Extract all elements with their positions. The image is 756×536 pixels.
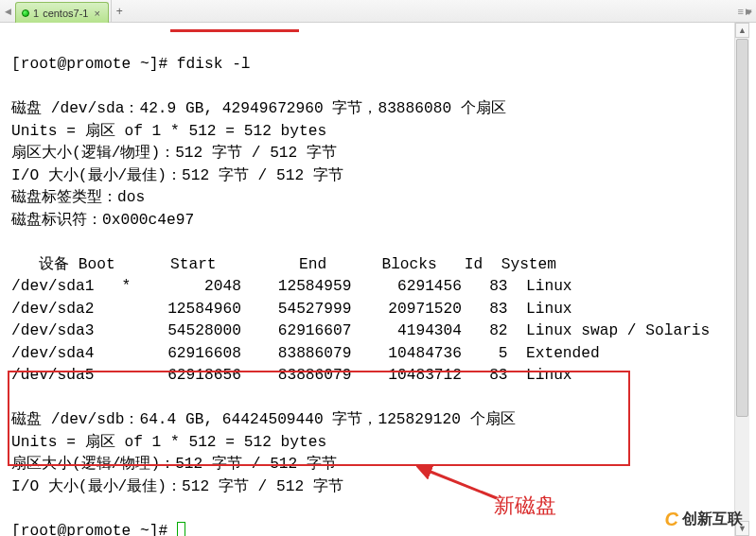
scrollbar[interactable]: ▲ ▼ <box>734 23 749 536</box>
sda-info-3: 扇区大小(逻辑/物理)：512 字节 / 512 字节 <box>11 145 337 162</box>
scroll-down-button[interactable]: ▼ <box>735 521 749 536</box>
partition-row-sda3: /dev/sda3 54528000 62916607 4194304 82 L… <box>11 322 710 339</box>
prompt-line: [root@promote ~]# fdisk -l <box>11 56 251 73</box>
partition-row-sda4: /dev/sda4 62916608 83886079 10484736 5 E… <box>11 345 600 362</box>
command-underline-annotation <box>170 29 299 32</box>
sdb-info-1: 磁盘 /dev/sdb：64.4 GB, 64424509440 字节，1258… <box>11 411 516 428</box>
tab-index: 1 <box>33 8 39 19</box>
scroll-thumb[interactable] <box>736 39 748 417</box>
scroll-up-button[interactable]: ▲ <box>735 23 749 38</box>
terminal-output[interactable]: [root@promote ~]# fdisk -l 磁盘 /dev/sda：4… <box>0 23 756 536</box>
tab-title: centos7-1 <box>43 8 88 19</box>
status-dot-icon <box>22 9 29 17</box>
sda-info-1: 磁盘 /dev/sda：42.9 GB, 42949672960 字节，8388… <box>11 100 506 117</box>
partition-row-sda5: /dev/sda5 62918656 83886079 10483712 83 … <box>11 367 572 384</box>
sda-info-5: 磁盘标签类型：dos <box>11 189 145 206</box>
partition-row-sda1: /dev/sda1 * 2048 12584959 6291456 83 Lin… <box>11 278 572 295</box>
tab-add-button[interactable]: + <box>111 0 128 22</box>
sdb-info-3: 扇区大小(逻辑/物理)：512 字节 / 512 字节 <box>11 456 337 473</box>
tab-centos7-1[interactable]: 1 centos7-1 × <box>15 2 109 23</box>
partition-row-sda2: /dev/sda2 12584960 54527999 20971520 83 … <box>11 301 572 318</box>
sdb-info-4: I/O 大小(最小/最佳)：512 字节 / 512 字节 <box>11 478 343 495</box>
close-icon[interactable]: × <box>92 8 101 19</box>
tab-bar: ◀ 1 centos7-1 × + ▶ ≡ ▾ <box>0 0 756 23</box>
tab-menu-button[interactable]: ≡ ▾ <box>738 0 752 23</box>
partition-header: 设备 Boot Start End Blocks Id System <box>11 256 556 273</box>
new-disk-label: 新磁盘 <box>494 492 556 520</box>
cursor-icon <box>177 522 185 536</box>
tab-nav-left[interactable]: ◀ <box>0 0 15 22</box>
sda-info-2: Units = 扇区 of 1 * 512 = 512 bytes <box>11 123 326 140</box>
sdb-info-2: Units = 扇区 of 1 * 512 = 512 bytes <box>11 434 326 451</box>
prompt-line-2: [root@promote ~]# <box>11 523 177 536</box>
sda-info-6: 磁盘标识符：0x000c4e97 <box>11 212 194 229</box>
sda-info-4: I/O 大小(最小/最佳)：512 字节 / 512 字节 <box>11 167 343 184</box>
